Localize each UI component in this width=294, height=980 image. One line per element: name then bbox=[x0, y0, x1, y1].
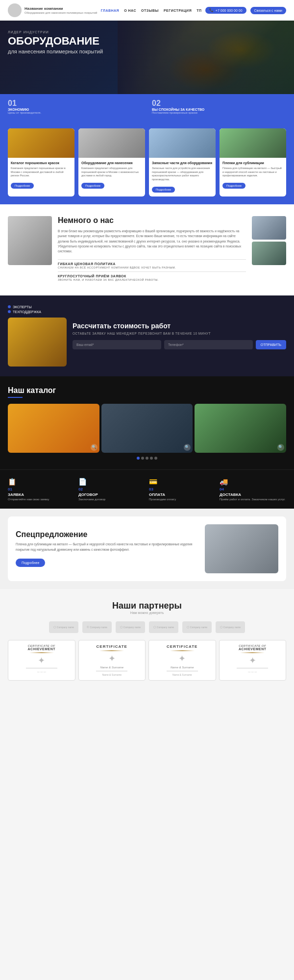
hero-feature-2-text: Поставляем проверенные краски bbox=[152, 111, 286, 114]
calc-tag-1-label: ЭКСПЕРТЫ bbox=[13, 305, 32, 309]
phone-icon: 📞 bbox=[209, 8, 214, 12]
calc-subtitle: ОСТАВЬТЕ ЗАЯВКУ НАШ МЕНЕДЖЕР ПЕРЕЗВОНИТ … bbox=[73, 332, 286, 335]
phone-badge[interactable]: 📞 +7 000 000 00 00 bbox=[205, 7, 246, 14]
catalog-dot-5[interactable] bbox=[154, 457, 157, 460]
logo-subtitle: Оборудование для нанесения полимерных по… bbox=[24, 11, 97, 14]
special-button[interactable]: Подробнее bbox=[16, 559, 45, 567]
about-feature-2-text: Звоните нам, и наботаем за Вас диалектич… bbox=[58, 278, 246, 281]
step-2-icon: 📄 bbox=[78, 478, 145, 486]
about-center-col: Немного о нас В этом блоке мы рекомендуе… bbox=[58, 216, 246, 284]
calc-tag-2-label: ТЕХПОДДЕРЖКА bbox=[13, 310, 41, 314]
calculator-section: ЭКСПЕРТЫ ТЕХПОДДЕРЖКА Рассчитать стоимос… bbox=[0, 295, 294, 376]
cert-1-logo: ✦ bbox=[10, 655, 73, 666]
card-3-button[interactable]: Подробнее bbox=[152, 187, 175, 193]
partner-5-icon: ⬡ bbox=[187, 625, 189, 629]
certificates-grid: Certificate of Achievement ✦ — — — CERTI… bbox=[8, 640, 286, 681]
card-1: Каталог порошковых красок Компания предл… bbox=[8, 128, 74, 196]
step-2: 📄 02 ДОГОВОР Заключаем договор bbox=[78, 478, 145, 501]
catalog-grid: 🔍 🔍 🔍 bbox=[8, 404, 286, 453]
partner-logo-1: ⬡ Company name bbox=[49, 621, 78, 633]
step-1-text: Отправляйте нам свою заявку bbox=[8, 498, 74, 501]
catalog-title: Наш каталог bbox=[8, 386, 286, 398]
step-2-text: Заключаем договор bbox=[78, 498, 145, 501]
cert-4-divider bbox=[237, 668, 268, 668]
nav-home[interactable]: ГЛАВНАЯ bbox=[101, 9, 119, 12]
cert-2-logo: ✦ bbox=[81, 653, 144, 664]
special-offer-section: Спецпредложение Пленка для сублимации на… bbox=[0, 509, 294, 589]
card-2-button[interactable]: Подробнее bbox=[81, 183, 104, 189]
nav-register[interactable]: РЕГИСТРАЦИЯ bbox=[164, 9, 192, 12]
card-3-text: Запасные части для устройств для нанесен… bbox=[152, 167, 213, 182]
calc-right-col: Рассчитать стоимость работ ОСТАВЬТЕ ЗАЯВ… bbox=[73, 322, 286, 349]
hero-feature-1-title: ЭКОНОМИЮ bbox=[8, 108, 142, 111]
about-image-sm-1 bbox=[252, 216, 286, 240]
partners-subtitle: Нам можно доверять bbox=[8, 611, 286, 614]
card-4-button[interactable]: Подробнее bbox=[222, 183, 245, 189]
step-2-num: 02 bbox=[78, 487, 145, 491]
cert-2-subtitle: Name & Surname bbox=[81, 673, 144, 676]
card-1-text: Компания предлагает порошковые краски в … bbox=[11, 167, 72, 178]
catalog-dot-2[interactable] bbox=[141, 457, 144, 460]
calc-submit-button[interactable]: ОТПРАВИТЬ bbox=[256, 340, 286, 349]
cert-card-2: CERTIFICATE ✦ Name & Surname Name & Surn… bbox=[78, 640, 146, 681]
card-2: Оборудование для нанесения Компания пред… bbox=[78, 128, 145, 196]
cert-3-name: Name & Surname bbox=[151, 666, 214, 669]
partners-logos-row: ⬡ Company name © Company name ⬡ Company … bbox=[8, 621, 286, 633]
hero-title-sub: для нанесения полимерных покрытий bbox=[8, 49, 103, 54]
catalog-zoom-icon-1[interactable]: 🔍 bbox=[91, 444, 98, 451]
partner-1-icon: ⬡ bbox=[53, 625, 56, 629]
calc-tags: ЭКСПЕРТЫ ТЕХПОДДЕРЖКА bbox=[8, 305, 67, 314]
catalog-item-2[interactable]: 🔍 bbox=[101, 404, 193, 453]
step-1: 📋 01 ЗАЯВКА Отправляйте нам свою заявку bbox=[8, 478, 74, 501]
cert-1-bottom: — — — bbox=[10, 670, 73, 673]
partner-logo-6: ⬡ Company name bbox=[216, 621, 245, 633]
nav-tp[interactable]: ТП bbox=[196, 9, 201, 12]
catalog-item-1[interactable]: 🔍 bbox=[8, 404, 99, 453]
catalog-item-3[interactable]: 🔍 bbox=[195, 404, 286, 453]
partner-4-icon: ⬡ bbox=[153, 625, 156, 629]
about-main-image bbox=[8, 216, 52, 265]
cert-3-decoration bbox=[170, 650, 195, 651]
catalog-zoom-icon-2[interactable]: 🔍 bbox=[184, 444, 191, 451]
hero-features-bar: 01 ЭКОНОМИЮ Цены от производителя. 02 ВЫ… bbox=[0, 94, 294, 119]
step-4-title: ДОСТАВКА bbox=[220, 492, 286, 497]
cert-card-3: CERTIFICATE ✦ Name & Surname Name & Surn… bbox=[148, 640, 216, 681]
cert-card-1: Certificate of Achievement ✦ — — — bbox=[8, 640, 75, 681]
card-3-image bbox=[149, 128, 216, 158]
card-3: Запасные части для оборудования Запасные… bbox=[149, 128, 216, 196]
about-feature-1: ГИБКАЯ ЦЕНОВАЯ ПОЛИТИКА Снижаем на всё а… bbox=[58, 259, 246, 271]
contact-button[interactable]: Связаться с нами bbox=[250, 7, 286, 14]
step-2-title: ДОГОВОР bbox=[78, 492, 145, 497]
main-nav: ГЛАВНАЯ О НАС ОТЗЫВЫ РЕГИСТРАЦИЯ ТП bbox=[101, 9, 202, 12]
cert-3-logo: ✦ bbox=[151, 653, 214, 664]
partners-section: Наши партнеры Нам можно доверять ⬡ Compa… bbox=[0, 589, 294, 692]
catalog-dot-3[interactable] bbox=[146, 457, 148, 460]
catalog-dot-1[interactable] bbox=[137, 457, 140, 460]
card-1-button[interactable]: Подробнее bbox=[11, 183, 34, 189]
card-2-title: Оборудование для нанесения bbox=[81, 161, 142, 165]
cert-3-subtitle: Name & Surname bbox=[151, 673, 214, 676]
calc-tag-2: ТЕХПОДДЕРЖКА bbox=[8, 310, 67, 314]
hero-leader-text: ЛИДЕР ИНДУСТРИИ bbox=[8, 30, 103, 34]
calc-email-input[interactable] bbox=[73, 340, 161, 349]
nav-about[interactable]: О НАС bbox=[124, 9, 136, 12]
step-1-num: 01 bbox=[8, 487, 74, 491]
about-feature-1-text: Снижаем на всё ассортимент компании вдво… bbox=[58, 266, 246, 269]
hero-feature-2: 02 ВЫ СПОКОЙНЫ ЗА КАЧЕСТВО Поставляем пр… bbox=[152, 99, 286, 114]
calc-phone-input[interactable] bbox=[164, 340, 253, 349]
cert-4-title-2: Achievement bbox=[221, 647, 284, 651]
about-features: ГИБКАЯ ЦЕНОВАЯ ПОЛИТИКА Снижаем на всё а… bbox=[58, 259, 246, 284]
calc-worker-image bbox=[8, 318, 67, 367]
partner-3-icon: ⬡ bbox=[120, 625, 122, 629]
hero-section: ЛИДЕР ИНДУСТРИИ ОБОРУДОВАНИЕ для нанесен… bbox=[0, 21, 294, 119]
cert-1-divider bbox=[26, 668, 57, 668]
calc-title: Рассчитать стоимость работ bbox=[73, 322, 286, 330]
catalog-dot-4[interactable] bbox=[150, 457, 153, 460]
cert-4-logo: ✦ bbox=[221, 655, 284, 666]
catalog-zoom-icon-3[interactable]: 🔍 bbox=[277, 444, 284, 451]
partner-logo-2: © Company name bbox=[82, 621, 112, 633]
about-title: Немного о нас bbox=[58, 216, 246, 225]
card-4-title: Пленки для сублимации bbox=[222, 161, 283, 165]
special-left-col: Спецпредложение Пленка для сублимации на… bbox=[16, 530, 199, 567]
nav-reviews[interactable]: ОТЗЫВЫ bbox=[141, 9, 159, 12]
